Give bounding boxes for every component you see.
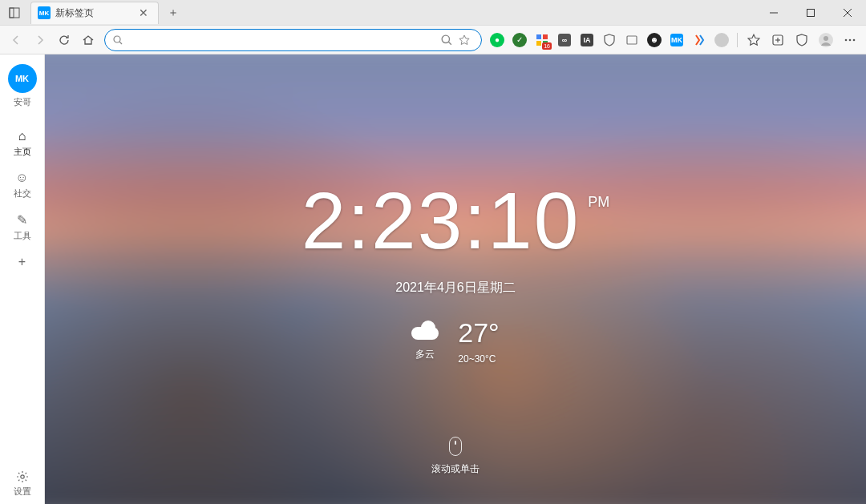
- browser-tab[interactable]: MK 新标签页 ✕: [30, 2, 159, 24]
- extension-icon-6[interactable]: [599, 30, 620, 50]
- clock-widget[interactable]: 2:23:10 PM: [301, 175, 610, 267]
- plus-icon: +: [18, 255, 26, 269]
- cloud-icon: [411, 321, 439, 340]
- address-bar[interactable]: [104, 29, 482, 51]
- svg-point-20: [845, 38, 848, 41]
- svg-point-8: [442, 35, 449, 42]
- extension-icon-5[interactable]: IA: [577, 30, 597, 50]
- extension-icon-9[interactable]: MK: [666, 30, 687, 50]
- forward-button[interactable]: [29, 29, 51, 51]
- favorite-button[interactable]: [455, 31, 473, 49]
- collections-button[interactable]: [767, 29, 789, 51]
- svg-line-7: [119, 42, 122, 44]
- pencil-icon: ✎: [17, 212, 27, 228]
- extension-icon-8[interactable]: ☻: [644, 30, 665, 50]
- sidebar-item-label: 主页: [14, 146, 31, 158]
- svg-point-6: [114, 36, 120, 42]
- window-minimize-button[interactable]: [755, 0, 792, 26]
- home-button[interactable]: [77, 29, 99, 51]
- temperature-current: 27°: [458, 317, 499, 349]
- smile-icon: ☺: [15, 171, 28, 185]
- svg-rect-11: [543, 34, 548, 39]
- sidebar-add-button[interactable]: +: [0, 248, 44, 276]
- svg-rect-0: [10, 8, 19, 18]
- favorites-button[interactable]: [743, 29, 765, 51]
- svg-point-23: [20, 475, 23, 478]
- window-maximize-button[interactable]: [792, 0, 829, 26]
- extension-icon-4[interactable]: ∞: [554, 30, 575, 50]
- extension-icon-11[interactable]: [711, 30, 732, 50]
- sidebar-item-label: 设置: [14, 486, 31, 498]
- menu-button[interactable]: [839, 29, 861, 51]
- toolbar-separator: [737, 33, 738, 47]
- svg-rect-12: [536, 41, 541, 46]
- tracking-button[interactable]: [791, 29, 813, 51]
- extension-icon-10[interactable]: [689, 30, 710, 50]
- window-title-bar: MK 新标签页 ✕ ＋: [0, 0, 866, 26]
- left-sidebar: MK 安哥 ⌂ 主页 ☺ 社交 ✎ 工具 + 设置: [0, 54, 45, 504]
- extension-badge: 16: [542, 42, 552, 50]
- extension-icon-7[interactable]: [621, 30, 642, 50]
- tab-favicon: MK: [38, 6, 51, 19]
- back-button[interactable]: [5, 29, 27, 51]
- browser-toolbar: ● ✓ 16 ∞ IA ☻ MK: [0, 26, 866, 54]
- svg-rect-3: [807, 9, 815, 16]
- svg-rect-1: [10, 8, 14, 18]
- sidebar-item-label: 社交: [14, 187, 31, 200]
- clock-time: 2:23:10: [301, 175, 581, 267]
- tab-title: 新标签页: [55, 6, 94, 20]
- svg-line-9: [448, 42, 451, 45]
- svg-point-21: [849, 38, 852, 41]
- new-tab-button[interactable]: ＋: [162, 2, 184, 24]
- profile-button[interactable]: [815, 29, 837, 51]
- scroll-hint[interactable]: 滚动或单击: [431, 437, 480, 476]
- extension-icon-1[interactable]: ●: [487, 30, 508, 50]
- refresh-button[interactable]: [53, 29, 75, 51]
- tab-actions-button[interactable]: [0, 0, 29, 26]
- extension-icon-2[interactable]: ✓: [509, 30, 530, 50]
- user-avatar[interactable]: MK: [8, 64, 37, 93]
- sidebar-item-tools[interactable]: ✎ 工具: [0, 206, 44, 248]
- date-label: 2021年4月6日星期二: [395, 280, 515, 296]
- username-label: 安哥: [14, 96, 31, 108]
- sidebar-settings-button[interactable]: 设置: [0, 464, 44, 504]
- sidebar-item-home[interactable]: ⌂ 主页: [0, 123, 44, 164]
- home-icon: ⌂: [18, 129, 26, 143]
- newtab-content: 2:23:10 PM 2021年4月6日星期二 多云 27° 20~30°C 滚…: [45, 54, 866, 504]
- sidebar-item-social[interactable]: ☺ 社交: [0, 164, 44, 206]
- window-close-button[interactable]: [829, 0, 866, 26]
- svg-rect-14: [627, 36, 637, 44]
- extension-icon-3[interactable]: 16: [532, 30, 552, 50]
- gear-icon: [16, 470, 29, 483]
- tab-close-button[interactable]: ✕: [136, 6, 152, 19]
- svg-point-22: [853, 38, 856, 41]
- address-search-button[interactable]: [438, 31, 455, 49]
- search-icon: [113, 35, 123, 45]
- temperature-range: 20~30°C: [458, 353, 496, 365]
- svg-point-19: [824, 36, 828, 41]
- svg-rect-10: [536, 34, 541, 39]
- scroll-hint-label: 滚动或单击: [431, 462, 480, 476]
- address-input[interactable]: [129, 34, 438, 46]
- weather-description: 多云: [415, 348, 435, 361]
- mouse-icon: [449, 437, 462, 456]
- weather-widget[interactable]: 多云 27° 20~30°C: [411, 317, 499, 365]
- sidebar-item-label: 工具: [14, 230, 31, 242]
- clock-ampm: PM: [588, 194, 609, 211]
